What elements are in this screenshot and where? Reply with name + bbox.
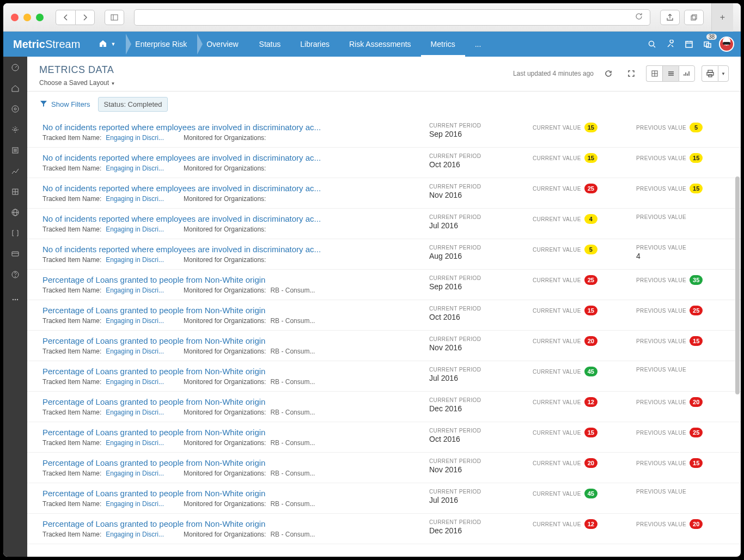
value-pill: 20 bbox=[690, 519, 703, 529]
back-button[interactable] bbox=[56, 10, 75, 25]
metric-title-link[interactable]: Percentage of Loans granted to people fr… bbox=[42, 367, 429, 376]
nav-status[interactable]: Status bbox=[249, 32, 291, 57]
current-value-label: CURRENT VALUE bbox=[533, 308, 581, 314]
notifications-icon[interactable]: 38 bbox=[698, 32, 717, 57]
current-period-label: CURRENT PERIOD bbox=[429, 245, 533, 251]
tabs-button[interactable] bbox=[684, 10, 704, 25]
previous-value-label: PREVIOUS VALUE bbox=[636, 155, 686, 161]
previous-value-label: PREVIOUS VALUE bbox=[636, 308, 686, 314]
value-pill: 25 bbox=[690, 306, 703, 315]
sb-more-icon[interactable] bbox=[10, 294, 21, 305]
sb-card-icon[interactable] bbox=[10, 248, 21, 259]
sb-bracket-icon[interactable] bbox=[10, 228, 21, 239]
tracked-item-link[interactable]: Engaging in Discri... bbox=[106, 500, 164, 508]
metric-title-link[interactable]: Percentage of Loans granted to people fr… bbox=[42, 458, 429, 467]
browser-titlebar: + bbox=[3, 3, 741, 32]
reload-icon[interactable] bbox=[635, 12, 643, 23]
tracked-item-link[interactable]: Engaging in Discri... bbox=[106, 287, 164, 294]
tracked-item-link[interactable]: Engaging in Discri... bbox=[106, 470, 164, 477]
filter-chip-status[interactable]: Status: Completed bbox=[98, 97, 168, 112]
sb-home-icon[interactable] bbox=[10, 83, 21, 94]
metric-title-link[interactable]: No of incidents reported where employees… bbox=[42, 184, 429, 193]
brand-logo[interactable]: MetricStream bbox=[3, 38, 90, 51]
share-button[interactable] bbox=[660, 10, 680, 25]
metric-title-link[interactable]: No of incidents reported where employees… bbox=[42, 214, 429, 223]
tools-icon[interactable] bbox=[661, 32, 680, 57]
view-list-button[interactable] bbox=[662, 65, 679, 82]
forward-button[interactable] bbox=[75, 10, 95, 25]
current-period-value: Dec 2016 bbox=[429, 526, 533, 535]
monitored-org-value: RB - Consum... bbox=[270, 470, 315, 477]
breadcrumb-enterprise-risk[interactable]: Enterprise Risk bbox=[126, 32, 198, 57]
window-minimize-button[interactable] bbox=[23, 14, 31, 21]
sb-globe-icon[interactable] bbox=[10, 207, 21, 218]
metric-title-link[interactable]: Percentage of Loans granted to people fr… bbox=[42, 489, 429, 498]
nav-libraries[interactable]: Libraries bbox=[290, 32, 339, 57]
svg-point-14 bbox=[14, 108, 16, 110]
sb-help-icon[interactable] bbox=[10, 269, 21, 280]
breadcrumb-overview[interactable]: Overview bbox=[198, 32, 249, 57]
tracked-item-link[interactable]: Engaging in Discri... bbox=[106, 439, 164, 447]
monitored-org-label: Monitored for Organizations: bbox=[184, 317, 266, 325]
metric-title-link[interactable]: No of incidents reported where employees… bbox=[42, 153, 429, 162]
nav-metrics[interactable]: Metrics bbox=[421, 32, 465, 57]
current-period-label: CURRENT PERIOD bbox=[429, 153, 533, 159]
search-icon[interactable] bbox=[643, 32, 661, 57]
current-period-label: CURRENT PERIOD bbox=[429, 367, 533, 373]
value-pill: 5 bbox=[690, 123, 703, 132]
tracked-item-link[interactable]: Engaging in Discri... bbox=[106, 195, 164, 203]
tracked-item-link[interactable]: Engaging in Discri... bbox=[106, 134, 164, 142]
monitored-org-value: RB - Consum... bbox=[270, 378, 315, 386]
tracked-item-link[interactable]: Engaging in Discri... bbox=[106, 165, 164, 172]
metric-title-link[interactable]: No of incidents reported where employees… bbox=[42, 123, 429, 132]
home-breadcrumb[interactable]: ▼ bbox=[90, 32, 126, 57]
view-chart-button[interactable] bbox=[679, 65, 695, 82]
metric-title-link[interactable]: Percentage of Loans granted to people fr… bbox=[42, 428, 429, 437]
window-maximize-button[interactable] bbox=[36, 14, 44, 21]
sb-dashboard-icon[interactable] bbox=[10, 62, 21, 73]
sb-target-icon[interactable] bbox=[10, 104, 21, 114]
print-button[interactable] bbox=[702, 65, 718, 82]
value-pill: 45 bbox=[584, 367, 597, 376]
nav-more[interactable]: ... bbox=[465, 32, 491, 57]
url-bar[interactable] bbox=[134, 9, 650, 26]
current-period-label: CURRENT PERIOD bbox=[429, 336, 533, 342]
sb-list-icon[interactable] bbox=[10, 145, 21, 156]
sb-grid-icon[interactable] bbox=[10, 186, 21, 197]
tracked-item-link[interactable]: Engaging in Discri... bbox=[106, 531, 164, 538]
metric-title-link[interactable]: No of incidents reported where employees… bbox=[42, 245, 429, 254]
metric-title-link[interactable]: Percentage of Loans granted to people fr… bbox=[42, 336, 429, 345]
tracked-item-link[interactable]: Engaging in Discri... bbox=[106, 378, 164, 386]
fullscreen-button[interactable] bbox=[623, 65, 639, 82]
previous-value-label: PREVIOUS VALUE bbox=[636, 460, 686, 466]
monitored-org-label: Monitored for Organizations: bbox=[184, 378, 266, 386]
show-filters-button[interactable]: Show Filters bbox=[39, 99, 90, 109]
sb-gear-icon[interactable] bbox=[10, 124, 21, 135]
calendar-icon[interactable] bbox=[680, 32, 698, 57]
previous-value-label: PREVIOUS VALUE bbox=[636, 277, 686, 283]
metric-title-link[interactable]: Percentage of Loans granted to people fr… bbox=[42, 519, 429, 528]
nav-risk-assessments[interactable]: Risk Assessments bbox=[339, 32, 421, 57]
tracked-item-link[interactable]: Engaging in Discri... bbox=[106, 348, 164, 355]
saved-layout-dropdown[interactable]: Choose a Saved Layout ▼ bbox=[39, 79, 513, 87]
tracked-item-link[interactable]: Engaging in Discri... bbox=[106, 226, 164, 233]
scrollbar-thumb[interactable] bbox=[735, 176, 740, 394]
new-tab-button[interactable]: + bbox=[711, 3, 733, 32]
metric-title-link[interactable]: Percentage of Loans granted to people fr… bbox=[42, 275, 429, 284]
sidebar-toggle-button[interactable] bbox=[105, 10, 124, 25]
value-pill: 15 bbox=[584, 153, 597, 163]
metric-title-link[interactable]: Percentage of Loans granted to people fr… bbox=[42, 306, 429, 315]
sb-chart-icon[interactable] bbox=[10, 166, 21, 176]
view-grid-button[interactable] bbox=[646, 65, 662, 82]
tracked-item-link[interactable]: Engaging in Discri... bbox=[106, 409, 164, 416]
window-close-button[interactable] bbox=[11, 14, 19, 21]
print-dropdown-button[interactable]: ▼ bbox=[718, 65, 729, 82]
metric-title-link[interactable]: Percentage of Loans granted to people fr… bbox=[42, 397, 429, 406]
avatar[interactable] bbox=[719, 36, 734, 52]
tracked-item-link[interactable]: Engaging in Discri... bbox=[106, 256, 164, 264]
refresh-button[interactable] bbox=[600, 65, 617, 82]
tracked-item-label: Tracked Item Name: bbox=[42, 348, 101, 355]
current-period-label: CURRENT PERIOD bbox=[429, 458, 533, 464]
monitored-org-label: Monitored for Organizations: bbox=[184, 500, 266, 508]
tracked-item-link[interactable]: Engaging in Discri... bbox=[106, 317, 164, 325]
